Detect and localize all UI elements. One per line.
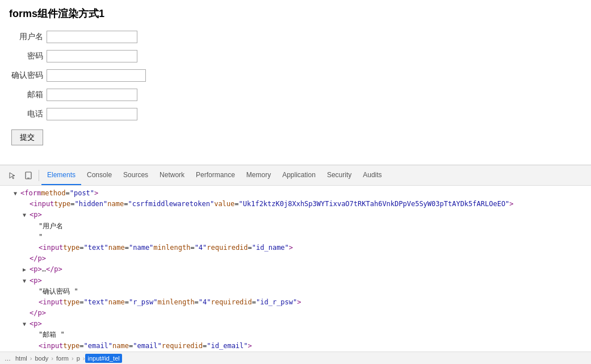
email-row: 邮箱 bbox=[9, 89, 582, 101]
devtools-elements-panel: ▼ <form method="post" > ▶ <input type="h… bbox=[0, 186, 591, 352]
triangle-p-empty[interactable]: ▶ bbox=[23, 265, 30, 274]
tab-network[interactable]: Network bbox=[154, 165, 190, 185]
tab-security[interactable]: Security bbox=[321, 165, 357, 185]
triangle-p-email[interactable]: ▼ bbox=[23, 320, 30, 329]
breadcrumb-p[interactable]: p bbox=[74, 354, 82, 363]
triangle-form[interactable]: ▼ bbox=[14, 189, 20, 198]
tab-sources[interactable]: Sources bbox=[118, 165, 154, 185]
breadcrumb-sep-1: › bbox=[30, 355, 32, 362]
tab-elements[interactable]: Elements bbox=[41, 165, 81, 185]
breadcrumb-sep-3: › bbox=[72, 355, 74, 362]
phone-row: 电话 bbox=[9, 108, 582, 120]
code-p-confirm-open[interactable]: ▼ <p> bbox=[0, 275, 591, 286]
code-text-email[interactable]: ▶ "邮箱 " bbox=[0, 329, 591, 340]
devtools-breadcrumb: … html › body › form › p › input#id_tel bbox=[0, 352, 591, 364]
confirm-password-input[interactable] bbox=[47, 69, 146, 82]
tab-console[interactable]: Console bbox=[81, 165, 118, 185]
breadcrumb-sep-2: › bbox=[51, 355, 53, 362]
svg-rect-1 bbox=[27, 178, 30, 178]
confirm-password-row: 确认密码 bbox=[9, 69, 582, 82]
code-text-space[interactable]: ▶ " bbox=[0, 232, 591, 242]
email-label: 邮箱 bbox=[9, 90, 43, 100]
code-form-open[interactable]: ▼ <form method="post" > bbox=[0, 188, 591, 199]
tab-performance[interactable]: Performance bbox=[190, 165, 241, 185]
phone-input[interactable] bbox=[47, 108, 137, 120]
code-p-email-open[interactable]: ▼ <p> bbox=[0, 319, 591, 329]
code-input-hidden[interactable]: ▶ <input type="hidden" name="csrfmiddlew… bbox=[0, 199, 591, 210]
mobile-icon[interactable] bbox=[20, 168, 36, 183]
username-label: 用户名 bbox=[9, 32, 43, 42]
code-input-rpsw[interactable]: ▶ <input type="text" name="r_psw" minlen… bbox=[0, 297, 591, 308]
tab-application[interactable]: Application bbox=[276, 165, 321, 185]
breadcrumb-body[interactable]: body bbox=[32, 354, 51, 363]
main-page: forms组件渲染方式1 用户名 密码 确认密码 邮箱 电话 提交 bbox=[0, 0, 591, 165]
username-row: 用户名 bbox=[9, 31, 582, 43]
password-input[interactable] bbox=[47, 50, 137, 62]
code-input-name[interactable]: ▶ <input type="text" name="name" minleng… bbox=[0, 242, 591, 253]
cursor-icon[interactable] bbox=[5, 168, 20, 183]
devtools-toolbar: Elements Console Sources Network Perform… bbox=[0, 165, 591, 186]
devtools-panel: Elements Console Sources Network Perform… bbox=[0, 165, 591, 364]
code-p-username-close[interactable]: ▶ </p> bbox=[0, 253, 591, 264]
username-input[interactable] bbox=[47, 31, 137, 43]
code-p-empty[interactable]: ▶ <p> … </p> bbox=[0, 264, 591, 275]
phone-label: 电话 bbox=[9, 109, 43, 119]
email-input[interactable] bbox=[47, 89, 137, 101]
password-row: 密码 bbox=[9, 50, 582, 62]
code-p-username-open[interactable]: ▼ <p> bbox=[0, 210, 591, 220]
password-label: 密码 bbox=[9, 51, 43, 61]
code-input-email[interactable]: ▶ <input type="email" name="email" requi… bbox=[0, 341, 591, 352]
breadcrumb-sep-4: › bbox=[83, 355, 85, 362]
breadcrumb-dots: … bbox=[5, 355, 11, 362]
breadcrumb-html[interactable]: html bbox=[13, 354, 30, 363]
breadcrumb-form[interactable]: form bbox=[54, 354, 71, 363]
triangle-p-confirm[interactable]: ▼ bbox=[23, 277, 30, 286]
triangle-p-username[interactable]: ▼ bbox=[23, 211, 30, 220]
code-p-confirm-close[interactable]: ▶ </p> bbox=[0, 308, 591, 319]
tab-audits[interactable]: Audits bbox=[357, 165, 387, 185]
submit-button[interactable]: 提交 bbox=[11, 129, 43, 145]
confirm-password-label: 确认密码 bbox=[9, 70, 43, 81]
code-text-confirm[interactable]: ▶ "确认密码 " bbox=[0, 286, 591, 297]
code-text-username[interactable]: ▶ "用户名 bbox=[0, 221, 591, 232]
page-title: forms组件渲染方式1 bbox=[9, 7, 582, 20]
tab-memory[interactable]: Memory bbox=[241, 165, 276, 185]
toolbar-separator bbox=[39, 170, 39, 181]
breadcrumb-input-tel[interactable]: input#id_tel bbox=[85, 354, 121, 363]
